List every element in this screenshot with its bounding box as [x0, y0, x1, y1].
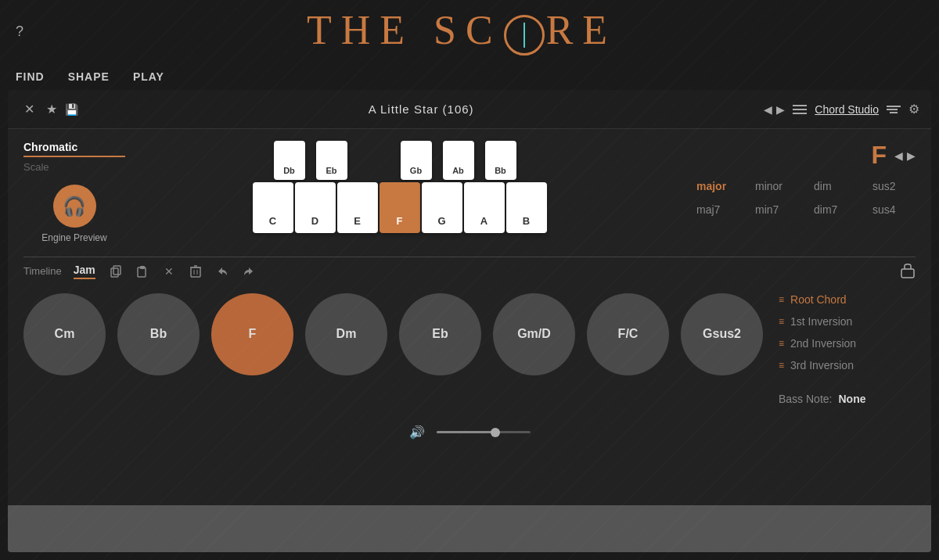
black-keys-row: Db Eb Gb Ab Bb [253, 141, 570, 180]
key-f[interactable]: F [380, 182, 420, 233]
volume-fill [437, 431, 493, 433]
key-g[interactable]: G [422, 182, 462, 233]
key-e[interactable]: E [337, 182, 378, 233]
key-b[interactable]: B [506, 182, 547, 233]
title-o-icon [504, 15, 545, 56]
key-eb[interactable]: Eb [316, 141, 347, 180]
key-ab[interactable]: Ab [443, 141, 474, 180]
key-c[interactable]: C [253, 182, 293, 233]
key-gb[interactable]: Gb [401, 141, 432, 180]
key-db[interactable]: Db [274, 141, 305, 180]
bg-texture [0, 0, 939, 560]
app-container: ? THE SCRE FIND SHAPE PLAY ✕ ★ 💾 A Littl… [0, 0, 939, 560]
volume-knob[interactable] [491, 428, 500, 437]
key-d[interactable]: D [295, 182, 336, 233]
piano-keyboard: Db Eb Gb Ab Bb C D E [253, 141, 570, 233]
white-keys-row: C D E F G A B [253, 182, 570, 233]
volume-slider[interactable] [437, 431, 531, 433]
key-a[interactable]: A [464, 182, 505, 233]
key-bb[interactable]: Bb [485, 141, 516, 180]
